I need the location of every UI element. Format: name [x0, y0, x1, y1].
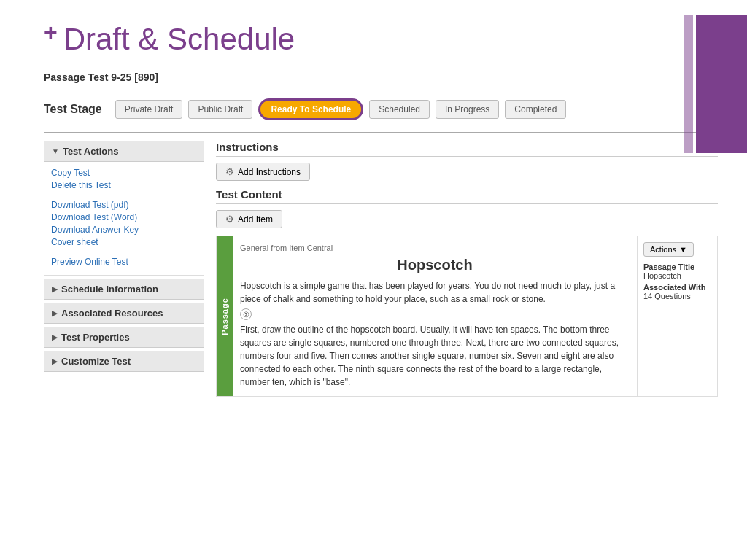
sidebar-divider-2: [51, 252, 197, 252]
associated-resources-section: ▶ Associated Resources: [44, 303, 204, 324]
schedule-info-section: ▶ Schedule Information: [44, 279, 204, 300]
plus-sign: +: [44, 19, 58, 46]
instructions-title: Instructions: [216, 141, 718, 157]
add-icon: ⚙: [225, 214, 234, 225]
cover-sheet-link[interactable]: Cover sheet: [51, 237, 197, 247]
associated-resources-arrow: ▶: [52, 309, 58, 317]
customize-test-section: ▶ Customize Test: [44, 351, 204, 372]
test-actions-body: Copy Test Delete this Test Download Test…: [44, 162, 204, 276]
download-word-link[interactable]: Download Test (Word): [51, 212, 197, 222]
associated-with-value: 14 Questions: [643, 292, 711, 300]
stage-completed[interactable]: Completed: [505, 100, 566, 119]
schedule-info-header[interactable]: ▶ Schedule Information: [44, 279, 204, 300]
associated-with-label: Associated With: [643, 283, 711, 292]
passage-title-label: Passage Title: [643, 262, 711, 271]
schedule-info-arrow: ▶: [52, 285, 58, 293]
passage-content-title: Hopscotch: [240, 257, 630, 273]
passage-title-value: Hopscotch: [643, 271, 711, 280]
customize-test-header[interactable]: ▶ Customize Test: [44, 351, 204, 372]
stage-private-draft[interactable]: Private Draft: [115, 100, 183, 119]
associated-resources-header[interactable]: ▶ Associated Resources: [44, 303, 204, 324]
stage-public-draft[interactable]: Public Draft: [188, 100, 252, 119]
main-layout: ▼ Test Actions Copy Test Delete this Tes…: [44, 132, 718, 397]
sidebar-divider-1: [51, 195, 197, 195]
passage-source: General from Item Central: [240, 244, 630, 252]
actions-label: Actions: [650, 245, 676, 254]
passage-text-2: First, draw the outline of the hopscotch…: [240, 323, 630, 389]
add-instructions-button[interactable]: ⚙ Add Instructions: [216, 163, 310, 181]
test-properties-label: Test Properties: [61, 332, 130, 343]
download-answer-key-link[interactable]: Download Answer Key: [51, 225, 197, 235]
decorative-bars: [684, 15, 747, 153]
test-actions-label: Test Actions: [63, 146, 119, 157]
download-pdf-link[interactable]: Download Test (pdf): [51, 200, 197, 210]
test-properties-section: ▶ Test Properties: [44, 327, 204, 348]
add-instructions-label: Add Instructions: [238, 167, 301, 177]
delete-test-link[interactable]: Delete this Test: [51, 180, 197, 190]
content-wrapper: Passage Test 9-25 [890] Test Stage Priva…: [0, 64, 747, 404]
test-content-title: Test Content: [216, 188, 718, 204]
passage-text-1: Hopscotch is a simple game that has been…: [240, 279, 630, 306]
customize-test-label: Customize Test: [61, 356, 131, 367]
customize-test-arrow: ▶: [52, 357, 58, 365]
passage-tab: Passage: [217, 236, 233, 396]
passage-body: General from Item Central Hopscotch Hops…: [233, 236, 637, 396]
test-properties-arrow: ▶: [52, 333, 58, 341]
test-actions-arrow: ▼: [52, 147, 59, 155]
stage-ready-to-schedule[interactable]: Ready To Schedule: [258, 98, 363, 120]
schedule-info-label: Schedule Information: [61, 284, 158, 295]
passage-right-panel: Actions ▼ Passage Title Hopscotch Associ…: [637, 236, 717, 396]
actions-chevron-icon: ▼: [679, 245, 687, 254]
passage-tab-label: Passage: [220, 298, 229, 335]
test-stage-row: Test Stage Private Draft Public Draft Re…: [44, 98, 718, 120]
gear-icon: ⚙: [225, 166, 234, 177]
right-content: Instructions ⚙ Add Instructions Test Con…: [216, 141, 718, 397]
stage-in-progress[interactable]: In Progress: [436, 100, 499, 119]
test-actions-header[interactable]: ▼ Test Actions: [44, 141, 204, 162]
preview-online-test-link[interactable]: Preview Online Test: [51, 257, 197, 267]
header: + Draft & Schedule: [0, 0, 747, 64]
actions-dropdown[interactable]: Actions ▼: [643, 242, 694, 257]
add-item-label: Add Item: [238, 214, 273, 225]
left-sidebar: ▼ Test Actions Copy Test Delete this Tes…: [44, 141, 204, 397]
passage-test-title: Passage Test 9-25 [890]: [44, 71, 718, 88]
test-properties-header[interactable]: ▶ Test Properties: [44, 327, 204, 348]
passage-container: Passage General from Item Central Hopsco…: [216, 236, 718, 397]
test-stage-label: Test Stage: [44, 103, 102, 116]
copy-test-link[interactable]: Copy Test: [51, 168, 197, 178]
associated-resources-label: Associated Resources: [61, 308, 163, 319]
page-title: Draft & Schedule: [63, 22, 295, 57]
add-item-button[interactable]: ⚙ Add Item: [216, 210, 282, 228]
test-actions-section: ▼ Test Actions Copy Test Delete this Tes…: [44, 141, 204, 276]
paragraph-number: ②: [240, 308, 252, 320]
stage-scheduled[interactable]: Scheduled: [369, 100, 430, 119]
